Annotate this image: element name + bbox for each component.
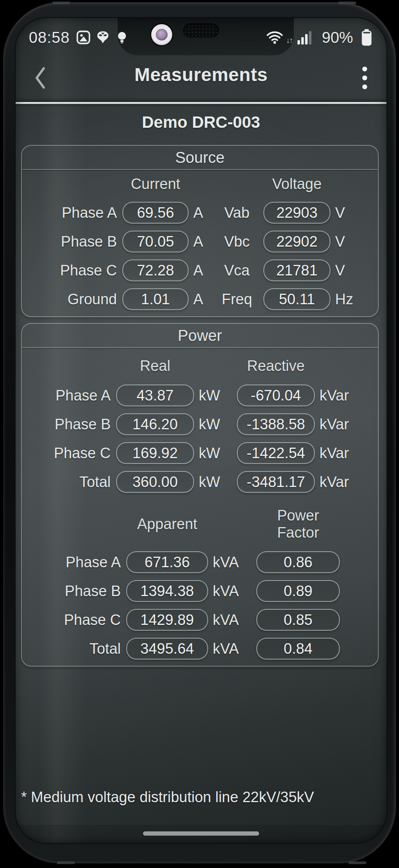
voltage-value-box: 22903 <box>263 202 330 224</box>
battery-icon <box>360 29 373 46</box>
apparent-column-header: Apparent <box>126 515 208 533</box>
frequency-value-box: 50.11 <box>263 288 330 310</box>
page-title: Measurements <box>16 64 387 85</box>
overflow-menu-button[interactable] <box>355 65 375 91</box>
notification-icons <box>76 30 129 45</box>
table-row: Phase B 70.05 A Vbc 22902 V <box>25 231 375 252</box>
real-column-header: Real <box>116 357 194 374</box>
battery-percent: 90% <box>322 29 353 46</box>
apparent-pf-rows: Phase A 671.36 kVA 0.86 Phase B 1394.38 … <box>25 551 375 660</box>
current-value-box: 70.05 <box>122 231 189 252</box>
table-row: Phase B 146.20 kW -1388.58 kVar <box>25 413 375 435</box>
power-factor-column-header: Power Factor <box>256 507 340 541</box>
real-power-value-box: 146.20 <box>116 413 194 435</box>
reactive-column-header: Reactive <box>237 357 315 374</box>
table-row: Total 3495.64 kVA 0.84 <box>25 638 375 660</box>
table-row: Phase A 671.36 kVA 0.86 <box>25 551 375 573</box>
real-power-value-box: 43.87 <box>116 385 194 406</box>
status-bar: 08:58 ↓↑ 90 <box>16 26 387 49</box>
source-rows: Phase A 69.56 A Vab 22903 V Phase B 70.0… <box>25 202 375 310</box>
real-power-value-box: 169.92 <box>116 442 194 464</box>
alien-icon <box>95 30 110 45</box>
real-reactive-rows: Phase A 43.87 kW -670.04 kVar Phase B 14… <box>25 385 375 493</box>
header-divider <box>16 102 387 104</box>
section-divider <box>22 169 378 170</box>
power-factor-value-box: 0.86 <box>256 551 340 573</box>
antenna-band <box>57 861 75 864</box>
apparent-column-headers: Apparent Power Factor <box>25 507 375 541</box>
apparent-power-value-box: 671.36 <box>126 551 208 573</box>
app-header: Measurements <box>16 64 387 92</box>
footnote: * Medium voltage distribution line 22kV/… <box>21 789 314 806</box>
real-power-value-box: 360.00 <box>116 471 194 493</box>
table-row: Phase C 72.28 A Vca 21781 V <box>25 259 375 281</box>
phone-screen: 08:58 ↓↑ 90 <box>15 17 387 844</box>
device-title: Demo DRC-003 <box>16 113 387 132</box>
section-divider <box>22 347 378 348</box>
wifi-traffic-arrows-icon: ↓↑ <box>286 36 292 45</box>
current-value-box: 72.28 <box>122 259 189 281</box>
voltage-column-header: Voltage <box>263 175 330 192</box>
table-row: Phase C 169.92 kW -1422.54 kVar <box>25 442 375 464</box>
overflow-menu-icon <box>362 66 367 90</box>
antenna-band <box>338 2 356 4</box>
power-section-title: Power <box>25 327 375 344</box>
apparent-power-value-box: 1394.38 <box>126 580 208 602</box>
reactive-power-value-box: -670.04 <box>237 385 315 406</box>
table-row: Phase C 1429.89 kVA 0.85 <box>25 609 375 631</box>
home-indicator[interactable] <box>143 831 259 836</box>
power-factor-value-box: 0.84 <box>256 638 340 660</box>
reactive-power-value-box: -1388.58 <box>237 413 315 435</box>
source-section: Source Current Voltage Phase A 69.56 A V… <box>21 145 379 317</box>
table-row: Phase A 43.87 kW -670.04 kVar <box>25 385 375 406</box>
current-value-box: 1.01 <box>122 288 189 310</box>
apparent-power-value-box: 1429.89 <box>126 609 208 631</box>
power-factor-value-box: 0.89 <box>256 580 340 602</box>
source-column-headers: Current Voltage <box>25 175 375 192</box>
gallery-icon <box>76 30 91 45</box>
measurements-content: Source Current Voltage Phase A 69.56 A V… <box>21 145 379 672</box>
source-section-title: Source <box>25 149 375 166</box>
table-row: Total 360.00 kW -3481.17 kVar <box>25 471 375 493</box>
phone-frame: 08:58 ↓↑ 90 <box>2 2 397 864</box>
wifi-icon <box>266 29 284 46</box>
power-section: Power Real Reactive Phase A 43.87 kW -67… <box>21 323 379 667</box>
table-row: Phase A 69.56 A Vab 22903 V <box>25 202 375 224</box>
apparent-power-value-box: 3495.64 <box>126 638 208 660</box>
table-row: Ground 1.01 A Freq 50.11 Hz <box>25 288 375 310</box>
reactive-power-value-box: -1422.54 <box>237 442 315 464</box>
current-column-header: Current <box>122 175 189 192</box>
reactive-power-value-box: -3481.17 <box>237 471 315 493</box>
power-factor-value-box: 0.85 <box>256 609 340 631</box>
power-column-headers: Real Reactive <box>25 357 375 374</box>
lightbulb-icon <box>115 30 129 45</box>
current-value-box: 69.56 <box>122 202 189 224</box>
signal-strength-icon <box>297 30 313 45</box>
voltage-value-box: 22902 <box>263 231 330 252</box>
antenna-band <box>52 2 70 4</box>
voltage-value-box: 21781 <box>263 259 330 281</box>
table-row: Phase B 1394.38 kVA 0.89 <box>25 580 375 602</box>
antenna-band <box>348 861 366 864</box>
clock: 08:58 <box>29 29 70 46</box>
